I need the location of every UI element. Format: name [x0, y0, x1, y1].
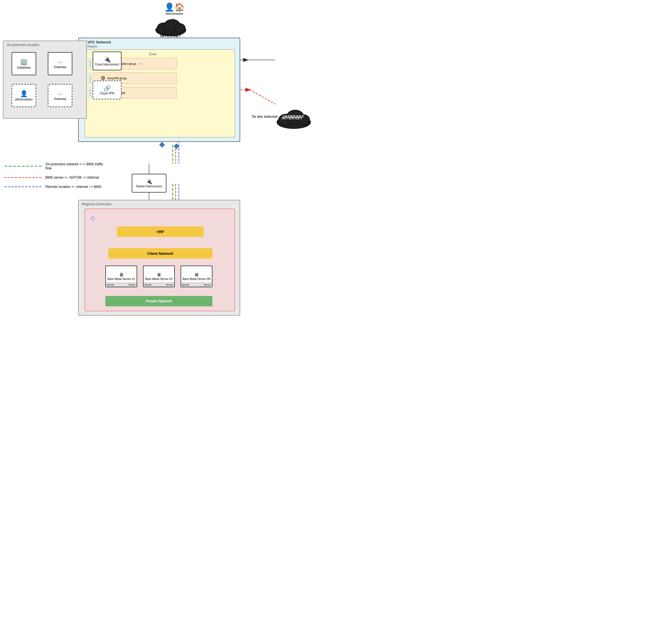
svg-marker-16 — [243, 58, 249, 62]
gcp-icon: ◇ — [90, 214, 95, 222]
bms1-bond1: Bond1 — [129, 283, 135, 286]
regional-inner-box: ◇ VRF Client Network 🖥 Bare Metal Server… — [84, 208, 235, 311]
jumpvm-group-label: JumpVM group — [107, 77, 127, 80]
vrf-box: VRF — [117, 227, 204, 237]
subnet-label-1: Subnet — [88, 58, 92, 69]
internet-cloud-top: INTERNET — [154, 16, 188, 39]
on-premises-label: On-premises location — [6, 43, 39, 47]
on-premises-box: On-premises location 🏢 Database ⋯ Gatewa… — [3, 40, 87, 119]
gateway1-node: ⋯ Gateway — [48, 52, 73, 75]
cloud-interconnect-label: Cloud Interconnect — [95, 63, 119, 66]
bmsN-label: Bare Metal Server #N — [183, 278, 210, 281]
cloud-vpn-node: 🔗 Cloud VPN — [93, 80, 121, 99]
admin-top-label: Administator — [163, 12, 186, 15]
svg-marker-44 — [174, 143, 180, 149]
legend-green-label: On-premises network <–> BMS traffic flow — [45, 162, 106, 170]
subnet-label-2: Subnet — [88, 73, 92, 84]
legend-blue: Remote location <– internet –> BMS — [4, 185, 106, 189]
to-internet-label: To the internet — [252, 114, 278, 119]
client-network-label: Client Network — [147, 251, 173, 256]
partner-interconnect-label: Partner Interconnect — [136, 185, 162, 188]
gateway1-label: Gateway — [54, 65, 66, 69]
bms2-bond0: Bond0 — [145, 283, 151, 286]
svg-marker-42 — [159, 142, 165, 148]
svg-line-20 — [250, 90, 276, 104]
legend-red-label: BMS server <– NATVM –> Internet — [45, 176, 99, 180]
bms2-node: 🖥 Bare Metal Server #2 Bond0 Bond1 — [143, 266, 175, 287]
admin-onprem-label: Administator — [15, 98, 33, 101]
bmsN-bond1: Bond1 — [204, 283, 211, 286]
bms1-label: Bare Metal Server #1 — [108, 278, 135, 281]
partner-interconnect-node: 🔌 Partner Interconnect — [132, 174, 167, 193]
bms1-node: 🖥 Bare Metal Server #1 Bond0 Bond1 — [105, 266, 137, 287]
vrf-label: VRF — [157, 230, 164, 234]
zone-right-label: Zone — [149, 52, 157, 56]
internet-right-label-text: INTERNET — [281, 116, 303, 120]
diagram-container: 👤🏠 Administator INTERNET G VPC Network R… — [0, 0, 336, 321]
regional-extension-box: Regional Extension ◇ VRF Client Network … — [78, 200, 240, 316]
bms1-bond0: Bond0 — [107, 283, 114, 286]
internet-cloud-top-svg — [154, 17, 188, 36]
svg-marker-19 — [246, 88, 251, 92]
bms2-bond1: Bond1 — [167, 283, 173, 286]
client-network-box: Client Network — [108, 248, 212, 259]
legend-blue-line — [4, 185, 42, 189]
bms2-label: Bare Metal Server #2 — [145, 278, 173, 281]
private-network-box: Private Network — [105, 296, 212, 306]
gateway2-node: ⋯ Gateway — [48, 84, 73, 107]
legend-red-line — [4, 176, 42, 179]
cloud-interconnect-node: 🔌 Cloud Interconnect — [93, 52, 121, 70]
legend: On-premises network <–> BMS traffic flow… — [4, 162, 106, 194]
legend-green: On-premises network <–> BMS traffic flow — [4, 162, 106, 170]
admin-onprem-node: 👤 Administator — [12, 84, 36, 107]
gateway2-label: Gateway — [54, 97, 66, 101]
database-node: 🏢 Database — [12, 52, 36, 75]
vpc-network-label: VPC Network — [88, 40, 111, 44]
svg-point-48 — [174, 24, 185, 33]
internet-top-label: INTERNET — [160, 34, 182, 38]
legend-red: BMS server <– NATVM –> Internet — [4, 176, 106, 180]
private-network-label: Private Network — [146, 299, 172, 303]
bmsN-node: 🖥 Bare Metal Server #N Bond0 Bond1 — [181, 266, 212, 287]
vpc-region-label: Region — [88, 44, 97, 48]
legend-green-line — [4, 165, 42, 168]
subnet-label-3: Subnet — [88, 87, 92, 99]
bmsN-bond0: Bond0 — [182, 283, 189, 286]
cloud-vpn-label: Cloud VPN — [100, 92, 114, 95]
legend-blue-label: Remote location <– internet –> BMS — [45, 185, 101, 189]
database-label: Database — [17, 66, 31, 69]
regional-extension-label: Regional Extension — [82, 202, 111, 206]
